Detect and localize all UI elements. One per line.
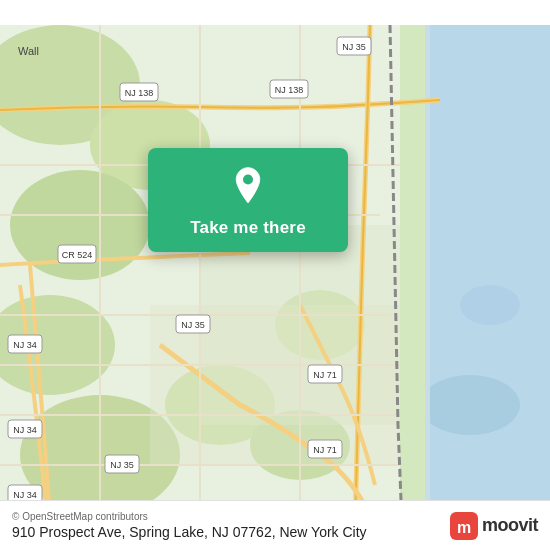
map-background: Wall NJ 35 NJ 138 NJ 138 CR 524 NJ 35 NJ… — [0, 0, 550, 550]
svg-point-49 — [243, 174, 253, 184]
map-container: Wall NJ 35 NJ 138 NJ 138 CR 524 NJ 35 NJ… — [0, 0, 550, 550]
svg-point-2 — [420, 375, 520, 435]
svg-text:NJ 138: NJ 138 — [275, 85, 304, 95]
copyright-text: © OpenStreetMap contributors — [12, 511, 367, 522]
bottom-bar: © OpenStreetMap contributors 910 Prospec… — [0, 500, 550, 550]
svg-text:NJ 35: NJ 35 — [110, 460, 134, 470]
take-me-there-popup[interactable]: Take me there — [148, 148, 348, 252]
location-pin-icon — [227, 166, 269, 208]
svg-text:NJ 71: NJ 71 — [313, 370, 337, 380]
svg-point-4 — [435, 170, 485, 200]
svg-text:CR 524: CR 524 — [62, 250, 93, 260]
take-me-there-label: Take me there — [190, 218, 306, 238]
svg-text:NJ 34: NJ 34 — [13, 490, 37, 500]
moovit-logo: m moovit — [450, 512, 538, 540]
svg-text:NJ 35: NJ 35 — [181, 320, 205, 330]
svg-text:NJ 34: NJ 34 — [13, 425, 37, 435]
svg-text:NJ 34: NJ 34 — [13, 340, 37, 350]
moovit-text: moovit — [482, 515, 538, 536]
moovit-icon: m — [450, 512, 478, 540]
svg-text:m: m — [457, 519, 471, 536]
svg-text:NJ 35: NJ 35 — [342, 42, 366, 52]
svg-point-3 — [460, 285, 520, 325]
address-section: © OpenStreetMap contributors 910 Prospec… — [12, 511, 367, 540]
svg-text:NJ 71: NJ 71 — [313, 445, 337, 455]
svg-text:Wall: Wall — [18, 45, 39, 57]
svg-text:NJ 138: NJ 138 — [125, 88, 154, 98]
address-text: 910 Prospect Ave, Spring Lake, NJ 07762,… — [12, 524, 367, 540]
